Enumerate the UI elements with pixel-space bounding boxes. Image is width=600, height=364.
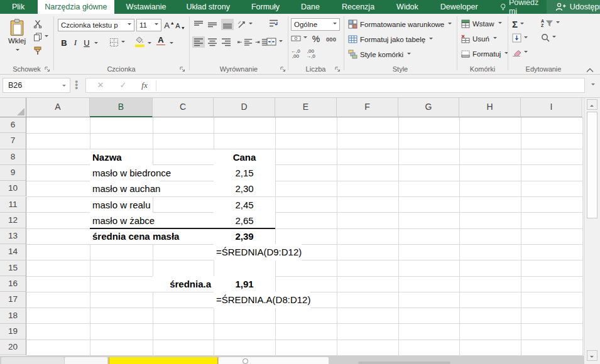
orientation-button[interactable] bbox=[237, 20, 253, 29]
scroll-down-arrow[interactable] bbox=[587, 350, 597, 361]
cell-B12[interactable]: masło w żabce bbox=[90, 213, 155, 228]
enter-icon[interactable]: ✓ bbox=[114, 78, 133, 92]
font-dialog-launcher[interactable] bbox=[180, 67, 185, 72]
tab-wstawianie[interactable]: Wstawianie bbox=[119, 0, 173, 14]
column-header-H[interactable]: H bbox=[459, 98, 521, 117]
sort-filter-button[interactable]: AZ bbox=[541, 19, 560, 28]
fill-color-button[interactable] bbox=[134, 36, 145, 47]
vertical-scrollbar[interactable] bbox=[584, 98, 600, 364]
alignment-dialog-launcher[interactable] bbox=[280, 67, 286, 72]
tab-deweloper[interactable]: Deweloper bbox=[434, 0, 485, 14]
cell-D11[interactable]: 2,45 bbox=[214, 197, 275, 213]
new-sheet-button[interactable] bbox=[243, 358, 248, 364]
conditional-formatting-button[interactable]: Formatowanie warunkowe bbox=[348, 19, 452, 29]
tell-me-box[interactable]: Powiedz mi bbox=[494, 0, 547, 14]
row-header-8[interactable]: 8 bbox=[0, 149, 26, 165]
column-header-G[interactable]: G bbox=[398, 98, 459, 117]
tab-recenzja[interactable]: Recenzja bbox=[335, 0, 381, 14]
row-header-20[interactable]: 20 bbox=[0, 340, 26, 355]
font-size-combo[interactable]: 11 bbox=[136, 19, 161, 31]
column-header-B[interactable]: B bbox=[90, 98, 153, 117]
tab-widok[interactable]: Widok bbox=[390, 0, 425, 14]
column-header-I[interactable]: I bbox=[521, 98, 582, 117]
sheet-tab[interactable] bbox=[65, 357, 107, 364]
cell-B11[interactable]: maslo w realu bbox=[90, 197, 153, 213]
scroll-up-arrow[interactable] bbox=[587, 99, 597, 110]
formula-input-area[interactable]: ✕ ✓ fx bbox=[85, 78, 585, 93]
accounting-format-button[interactable] bbox=[291, 35, 307, 42]
select-all-corner[interactable] bbox=[0, 98, 26, 117]
merge-center-button[interactable] bbox=[266, 38, 283, 46]
align-center-button[interactable] bbox=[207, 38, 217, 46]
row-header-14[interactable]: 14 bbox=[0, 244, 26, 260]
row-header-15[interactable]: 15 bbox=[0, 260, 26, 276]
row-header-18[interactable]: 18 bbox=[0, 308, 26, 324]
sheet-tab[interactable] bbox=[219, 357, 329, 364]
sheet-tab-yellow[interactable] bbox=[109, 357, 218, 364]
column-header-D[interactable]: D bbox=[214, 98, 275, 117]
number-dialog-launcher[interactable] bbox=[335, 67, 341, 72]
row-header-16[interactable]: 16 bbox=[0, 276, 26, 292]
cell-D9[interactable]: 2,15 bbox=[214, 165, 275, 181]
format-cells-button[interactable]: Formatuj bbox=[461, 50, 508, 58]
copy-button[interactable] bbox=[33, 33, 48, 41]
column-header-E[interactable]: E bbox=[275, 98, 337, 117]
cell-D10[interactable]: 2,30 bbox=[214, 181, 275, 196]
cell-D13[interactable]: 2,39 bbox=[214, 228, 275, 244]
grow-font-button[interactable]: A▲ bbox=[164, 19, 175, 31]
cell-B8[interactable]: Nazwa bbox=[90, 149, 153, 165]
tab-dane[interactable]: Dane bbox=[294, 0, 327, 14]
paste-button[interactable]: Wklej bbox=[4, 18, 30, 62]
align-right-button[interactable] bbox=[221, 38, 231, 46]
comma-style-button[interactable]: 000 bbox=[324, 35, 339, 43]
wrap-text-button[interactable] bbox=[269, 19, 278, 28]
column-header-F[interactable]: F bbox=[337, 98, 398, 117]
expand-formula-bar-arrow[interactable] bbox=[591, 83, 595, 87]
tab-plik[interactable]: Plik bbox=[5, 0, 31, 14]
find-select-button[interactable] bbox=[541, 33, 556, 42]
italic-button[interactable]: I bbox=[70, 36, 80, 49]
cell-C16[interactable]: średnia.a bbox=[153, 276, 214, 292]
row-header-10[interactable]: 10 bbox=[0, 181, 26, 196]
borders-button[interactable] bbox=[109, 38, 125, 47]
name-box[interactable]: B26 bbox=[3, 78, 70, 93]
align-top-button[interactable] bbox=[194, 20, 204, 29]
fill-button[interactable] bbox=[512, 33, 528, 43]
cell-B13[interactable]: średnia cena masła bbox=[90, 228, 179, 244]
cell-D12[interactable]: 2,65 bbox=[214, 213, 275, 228]
tab-narzedzia-glowne[interactable]: Narzędzia główne bbox=[38, 0, 114, 14]
font-color-button[interactable]: A bbox=[156, 35, 166, 45]
row-header-12[interactable]: 12 bbox=[0, 213, 26, 228]
insert-cells-button[interactable]: Wstaw bbox=[461, 19, 502, 28]
row-header-7[interactable]: 7 bbox=[0, 133, 26, 149]
insert-function-icon[interactable]: fx bbox=[135, 78, 154, 92]
row-header-17[interactable]: 17 bbox=[0, 292, 26, 308]
align-left-button[interactable] bbox=[192, 36, 205, 48]
align-bottom-button[interactable] bbox=[221, 19, 234, 30]
number-format-combo[interactable]: Ogólne bbox=[291, 18, 340, 31]
cell-styles-button[interactable]: Style komórki bbox=[348, 50, 411, 59]
cell-D17[interactable]: =ŚREDNIA.A(D8:D12) bbox=[214, 292, 310, 308]
row-header-6[interactable]: 6 bbox=[0, 117, 26, 133]
collapse-ribbon-button[interactable] bbox=[586, 64, 594, 69]
cancel-icon[interactable]: ✕ bbox=[91, 78, 110, 92]
name-box-dropdown-arrow[interactable] bbox=[62, 85, 66, 88]
row-header-9[interactable]: 9 bbox=[0, 165, 26, 181]
font-name-combo[interactable]: Czcionka tekstu p bbox=[58, 19, 134, 31]
row-header-13[interactable]: 13 bbox=[0, 228, 26, 244]
column-header-A[interactable]: A bbox=[26, 98, 90, 117]
delete-cells-button[interactable]: Usuń bbox=[461, 35, 497, 43]
tab-formuly[interactable]: Formuły bbox=[244, 0, 286, 14]
horizontal-scroll-thumb[interactable] bbox=[358, 361, 450, 364]
cell-B9[interactable]: masło w biedronce bbox=[90, 165, 171, 181]
shrink-font-button[interactable]: A▼ bbox=[175, 20, 185, 31]
decrease-indent-button[interactable]: ⇤ bbox=[237, 38, 253, 46]
sheet-grid[interactable]: ABCDEFGHI67891011121314151617181920Nazwa… bbox=[0, 98, 584, 356]
paste-dropdown-arrow[interactable] bbox=[16, 49, 19, 53]
autosum-button[interactable]: Σ bbox=[512, 19, 524, 29]
underline-dropdown-arrow[interactable] bbox=[94, 42, 98, 46]
format-as-table-button[interactable]: Formatuj jako tabelę bbox=[348, 35, 433, 44]
clear-button[interactable] bbox=[512, 48, 528, 56]
increase-decimal-button[interactable]: ←,0,00 bbox=[291, 49, 300, 59]
cell-B10[interactable]: masło w auchan bbox=[90, 181, 160, 196]
